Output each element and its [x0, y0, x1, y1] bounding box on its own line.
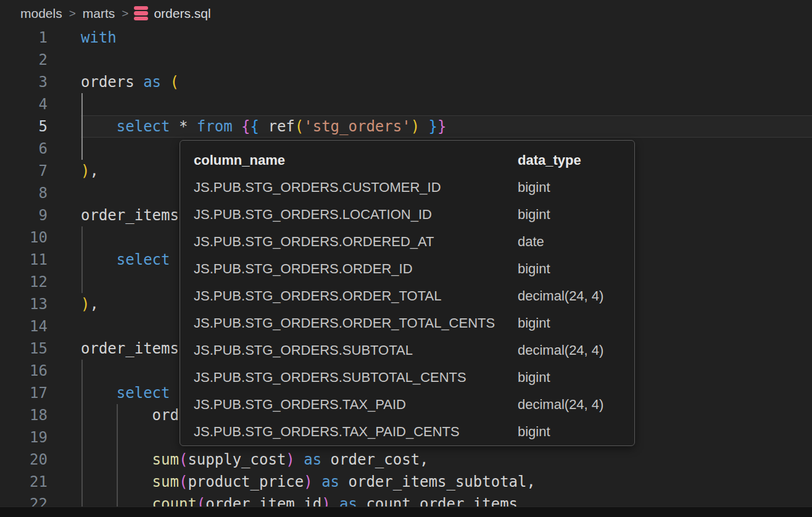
code-text: select * from {{ ref('stg_orders') }} [81, 115, 812, 138]
popup-table-row: JS.PUB.STG_ORDERS.CUSTOMER_IDbigint [180, 174, 634, 201]
popup-cell-data-type: decimal(24, 4) [518, 342, 634, 358]
indent-guide [81, 226, 83, 293]
popup-cell-data-type: decimal(24, 4) [518, 288, 634, 304]
code-line-1[interactable]: 1with [0, 27, 812, 49]
popup-table-row: JS.PUB.STG_ORDERS.SUBTOTAL_CENTSbigint [180, 364, 634, 391]
popup-table-row: JS.PUB.STG_ORDERS.ORDER_IDbigint [180, 255, 634, 283]
popup-cell-data-type: bigint [518, 207, 634, 223]
line-number: 12 [0, 271, 81, 293]
line-number: 16 [0, 360, 81, 382]
popup-cell-data-type: bigint [518, 180, 634, 196]
code-line-2[interactable]: 2 [0, 49, 812, 71]
breadcrumb-item-models[interactable]: models [20, 6, 62, 21]
line-number: 19 [0, 426, 81, 449]
indent-guide-active [81, 93, 83, 160]
popup-cell-data-type: bigint [518, 424, 634, 440]
popup-header-column-name: column_name [194, 152, 518, 168]
code-text: with [81, 27, 812, 49]
popup-table-row: JS.PUB.STG_ORDERS.ORDERED_ATdate [180, 228, 634, 255]
line-number: 13 [0, 293, 81, 315]
line-number: 4 [0, 93, 81, 115]
line-number: 21 [0, 471, 81, 493]
popup-header-row: column_name data_type [180, 147, 634, 174]
code-line-21[interactable]: 21 sum(product_price) as order_items_sub… [0, 471, 812, 493]
line-number: 3 [0, 71, 81, 93]
code-line-20[interactable]: 20 sum(supply_cost) as order_cost, [0, 449, 812, 471]
popup-table-row: JS.PUB.STG_ORDERS.TAX_PAIDdecimal(24, 4) [180, 391, 634, 418]
popup-cell-column-name: JS.PUB.STG_ORDERS.LOCATION_ID [194, 207, 518, 223]
line-number: 1 [0, 27, 81, 49]
breadcrumb-item-file[interactable]: orders.sql [154, 6, 210, 21]
line-number: 15 [0, 337, 81, 360]
line-number: 18 [0, 404, 81, 426]
popup-rows: JS.PUB.STG_ORDERS.CUSTOMER_IDbigintJS.PU… [180, 174, 634, 445]
popup-cell-column-name: JS.PUB.STG_ORDERS.CUSTOMER_ID [194, 180, 518, 196]
popup-table-row: JS.PUB.STG_ORDERS.ORDER_TOTAL_CENTSbigin… [180, 310, 634, 337]
code-line-3[interactable]: 3orders as ( [0, 71, 812, 93]
line-number: 17 [0, 382, 81, 404]
line-number: 5 [0, 115, 81, 138]
popup-table-row: JS.PUB.STG_ORDERS.TAX_PAID_CENTSbigint [180, 418, 634, 445]
popup-table-row: JS.PUB.STG_ORDERS.LOCATION_IDbigint [180, 201, 634, 228]
code-line-4[interactable]: 4 [0, 93, 812, 115]
code-text: sum(product_price) as order_items_subtot… [81, 471, 812, 493]
indent-guide [81, 360, 83, 515]
breadcrumb-separator: > [122, 7, 128, 20]
code-text [81, 93, 812, 115]
line-number: 7 [0, 160, 81, 182]
line-number: 14 [0, 315, 81, 337]
line-number: 8 [0, 182, 81, 204]
bottom-panel-edge [0, 507, 812, 517]
column-info-popup: column_name data_type JS.PUB.STG_ORDERS.… [180, 140, 635, 446]
code-text: sum(supply_cost) as order_cost, [81, 449, 812, 471]
popup-cell-column-name: JS.PUB.STG_ORDERS.SUBTOTAL [194, 342, 518, 358]
popup-cell-column-name: JS.PUB.STG_ORDERS.ORDER_ID [194, 261, 518, 277]
popup-cell-data-type: date [518, 234, 634, 250]
popup-cell-column-name: JS.PUB.STG_ORDERS.ORDER_TOTAL [194, 288, 518, 304]
line-number: 20 [0, 449, 81, 471]
line-number: 2 [0, 49, 81, 71]
line-number: 6 [0, 138, 81, 160]
popup-header-data-type: data_type [518, 152, 634, 168]
line-number: 10 [0, 226, 81, 249]
popup-table-row: JS.PUB.STG_ORDERS.ORDER_TOTALdecimal(24,… [180, 283, 634, 310]
code-text: orders as ( [81, 71, 812, 93]
breadcrumb-separator: > [69, 7, 76, 20]
line-number: 9 [0, 204, 81, 226]
popup-cell-column-name: JS.PUB.STG_ORDERS.TAX_PAID [194, 397, 518, 413]
popup-cell-data-type: decimal(24, 4) [518, 397, 634, 413]
popup-cell-column-name: JS.PUB.STG_ORDERS.ORDER_TOTAL_CENTS [194, 315, 518, 331]
code-text [81, 49, 812, 71]
database-icon [134, 6, 148, 21]
popup-cell-data-type: bigint [518, 261, 634, 277]
popup-table-row: JS.PUB.STG_ORDERS.SUBTOTALdecimal(24, 4) [180, 337, 634, 364]
popup-cell-data-type: bigint [518, 315, 634, 331]
popup-cell-column-name: JS.PUB.STG_ORDERS.TAX_PAID_CENTS [194, 424, 518, 440]
indent-guide [117, 404, 118, 515]
popup-cell-data-type: bigint [518, 370, 634, 386]
code-line-5[interactable]: 5 select * from {{ ref('stg_orders') }} [0, 115, 812, 138]
line-number: 11 [0, 249, 81, 271]
popup-cell-column-name: JS.PUB.STG_ORDERS.SUBTOTAL_CENTS [194, 370, 518, 386]
popup-cell-column-name: JS.PUB.STG_ORDERS.ORDERED_AT [194, 234, 518, 250]
breadcrumb-item-marts[interactable]: marts [83, 6, 115, 21]
breadcrumb: models > marts > orders.sql [20, 0, 211, 27]
